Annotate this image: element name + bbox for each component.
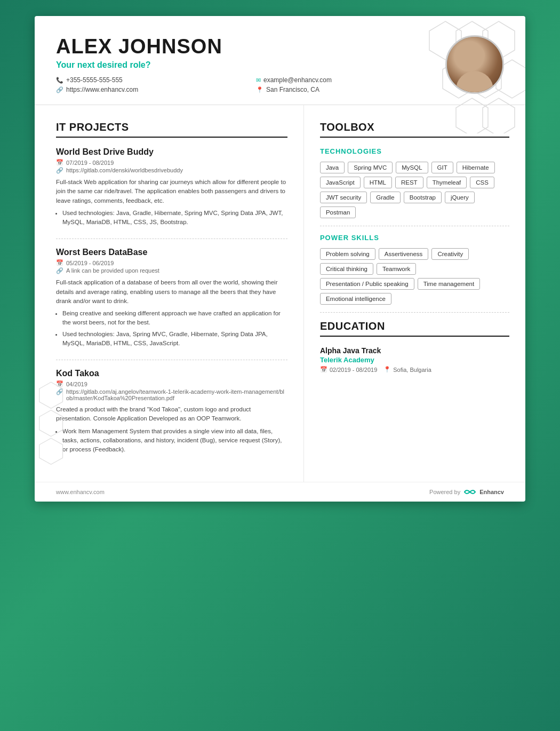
project-sep-2 — [56, 360, 287, 360]
project-1-bullet-1: Used technologies: Java, Gradle, Hiberna… — [62, 209, 287, 227]
skill-tag: Teamwork — [377, 263, 416, 275]
skill-tag: Critical thinking — [320, 263, 373, 275]
phone-icon: 📞 — [56, 77, 63, 84]
technology-tag: REST — [395, 177, 423, 188]
project-3-date: 📅 04/2019 — [56, 380, 287, 387]
technology-tag: CSS — [470, 177, 494, 188]
technology-tag: Hibernate — [457, 162, 495, 173]
technology-tag: GIT — [431, 162, 453, 173]
website-item: 🔗 https://www.enhancv.com — [56, 86, 245, 93]
project-1: World Best Drive Buddy 📅 07/2019 - 08/20… — [56, 147, 287, 227]
technology-tag: Thymeleaf — [427, 177, 467, 188]
technology-tag: jQuery — [445, 192, 475, 203]
edu-location: 📍 Sofia, Bulgaria — [383, 366, 431, 373]
brand-name: Enhancv — [479, 489, 504, 495]
project-3-bullets: Work Item Management System that provide… — [62, 427, 287, 455]
project-3-bullet-1: Work Item Management System that provide… — [62, 427, 287, 455]
edu-degree: Alpha Java Track — [320, 346, 509, 355]
technology-tag: Bootstrap — [404, 192, 442, 203]
project-2-link: 🔗 A link can be provided upon request — [56, 267, 287, 274]
calendar-icon-2: 📅 — [56, 259, 63, 266]
footer-brand: Powered by Enhancv — [429, 488, 504, 496]
location-value: San Francisco, CA — [266, 86, 319, 93]
technology-tag: MySQL — [396, 162, 428, 173]
header-left: ALEX JOHNSON Your next desired role? 📞 +… — [56, 35, 445, 93]
enhancv-logo-icon — [463, 488, 476, 496]
tech-skills-divider — [320, 226, 509, 226]
project-1-link: 🔗 https://gitlab.com/denski/worldbesdriv… — [56, 167, 287, 174]
project-3-desc: Created a product with the brand "Kod Ta… — [56, 405, 287, 424]
calendar-icon-3: 📅 — [56, 380, 63, 387]
candidate-role: Your next desired role? — [56, 60, 445, 70]
technologies-tags: JavaSpring MVCMySQLGITHibernateJavaScrip… — [320, 162, 509, 218]
skills-edu-divider — [320, 312, 509, 313]
project-3: Kod Takoa 📅 04/2019 🔗 https://gitlab.com… — [56, 369, 287, 454]
skill-tag: Assertiveness — [379, 248, 429, 260]
skill-tag: Emotional intelligence — [320, 293, 391, 305]
project-2-bullet-1: Being creative and seeking different app… — [62, 309, 287, 328]
powered-by-text: Powered by — [429, 489, 460, 495]
link-icon: 🔗 — [56, 86, 63, 93]
main-content: IT PROJECTS World Best Drive Buddy 📅 07/… — [35, 105, 525, 482]
website-value: https://www.enhancv.com — [66, 86, 138, 93]
project-3-title: Kod Takoa — [56, 369, 287, 378]
phone-item: 📞 +355-5555-555-555 — [56, 76, 245, 84]
right-column: TOOLBOX TECHNOLOGIES JavaSpring MVCMySQL… — [304, 105, 525, 482]
project-2-date: 📅 05/2019 - 06/2019 — [56, 259, 287, 266]
footer-website: www.enhancv.com — [56, 489, 105, 495]
project-2-bullets: Being creative and seeking different app… — [62, 309, 287, 348]
email-value: example@enhancv.com — [263, 76, 332, 84]
project-2-bullet-2: Used technologies: Java, Spring MVC, Gra… — [62, 330, 287, 348]
project-1-bullets: Used technologies: Java, Gradle, Hiberna… — [62, 209, 287, 227]
technologies-subtitle: TECHNOLOGIES — [320, 147, 509, 155]
email-icon: ✉ — [256, 77, 261, 84]
education-title: EDUCATION — [320, 320, 509, 337]
technology-tag: JWT security — [320, 192, 367, 203]
power-skills-subtitle: POWER SKILLS — [320, 234, 509, 242]
power-skills-tags: Problem solvingAssertivenessCreativityCr… — [320, 248, 509, 305]
project-1-desc: Full-stack Web application for sharing c… — [56, 178, 287, 205]
skill-tag: Time management — [418, 278, 480, 290]
link-icon-3: 🔗 — [56, 388, 63, 395]
project-1-title: World Best Drive Buddy — [56, 147, 287, 157]
candidate-name: ALEX JOHNSON — [56, 35, 445, 58]
resume-page: ALEX JOHNSON Your next desired role? 📞 +… — [35, 16, 525, 502]
technology-tag: HTML — [364, 177, 392, 188]
project-2: Worst Beers DataBase 📅 05/2019 - 06/2019… — [56, 248, 287, 348]
edu-location-icon: 📍 — [383, 366, 391, 373]
project-2-desc: Full-stack application of a database of … — [56, 278, 287, 306]
skill-tag: Creativity — [431, 248, 469, 260]
phone-value: +355-5555-555-555 — [66, 76, 123, 84]
project-1-date: 📅 07/2019 - 08/2019 — [56, 159, 287, 166]
technology-tag: Gradle — [370, 192, 401, 203]
avatar — [445, 35, 504, 94]
header-section: ALEX JOHNSON Your next desired role? 📞 +… — [35, 16, 525, 105]
technology-tag: Postman — [320, 206, 356, 218]
calendar-icon-1: 📅 — [56, 159, 63, 166]
edu-date: 📅 02/2019 - 08/2019 — [320, 366, 377, 373]
toolbox-title: TOOLBOX — [320, 121, 509, 138]
link-icon-2: 🔗 — [56, 267, 63, 274]
link-icon-1: 🔗 — [56, 167, 63, 174]
skill-tag: Presentation / Public speaking — [320, 278, 414, 290]
left-column: IT PROJECTS World Best Drive Buddy 📅 07/… — [35, 105, 304, 482]
footer: www.enhancv.com Powered by Enhancv — [35, 482, 525, 502]
avatar-image — [447, 37, 502, 92]
edu-school: Telerik Academy — [320, 356, 509, 364]
technology-tag: JavaScript — [320, 177, 361, 188]
contact-grid: 📞 +355-5555-555-555 ✉ example@enhancv.co… — [56, 76, 445, 93]
project-sep-1 — [56, 239, 287, 239]
email-item: ✉ example@enhancv.com — [256, 76, 445, 84]
project-2-title: Worst Beers DataBase — [56, 248, 287, 257]
skill-tag: Problem solving — [320, 248, 375, 260]
it-projects-title: IT PROJECTS — [56, 121, 287, 138]
location-icon: 📍 — [256, 86, 263, 93]
edu-calendar-icon: 📅 — [320, 366, 327, 373]
technology-tag: Java — [320, 162, 345, 173]
technology-tag: Spring MVC — [348, 162, 393, 173]
project-3-link: 🔗 https://gitlab.com/aj.angelov/teamwork… — [56, 388, 287, 401]
edu-meta: 📅 02/2019 - 08/2019 📍 Sofia, Bulgaria — [320, 366, 509, 373]
location-item: 📍 San Francisco, CA — [256, 86, 445, 93]
